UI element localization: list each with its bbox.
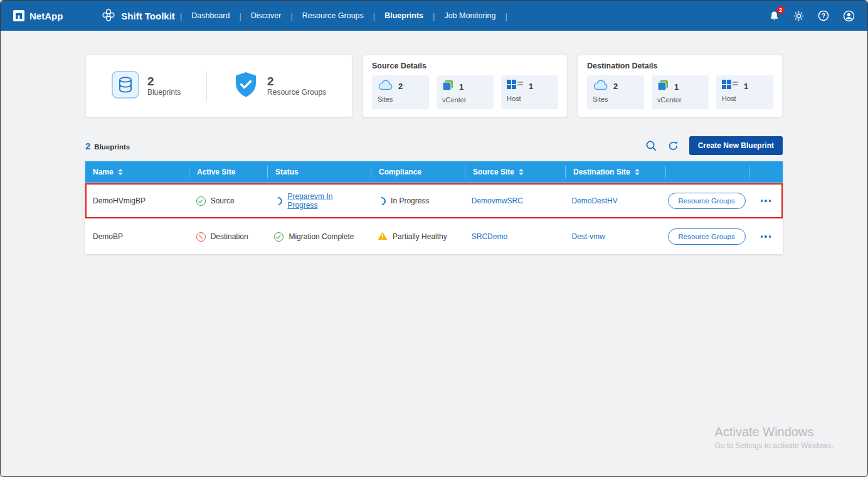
refresh-icon[interactable]: [667, 140, 679, 152]
source-vcenter-tile: 1 vCenter: [437, 75, 494, 109]
blueprints-count: 2: [147, 75, 181, 88]
shield-check-icon: [233, 71, 259, 101]
nav-item-dashboard[interactable]: Dashboard: [183, 11, 238, 20]
nav-item-blueprints[interactable]: Blueprints: [376, 11, 431, 20]
source-sites-label: Sites: [378, 95, 423, 103]
destination-site-cell: DemoDestHV: [564, 196, 664, 205]
table-row-demobp: DemoBP Destination Migration Complete Pa…: [85, 218, 783, 254]
account-icon[interactable]: [843, 10, 855, 22]
column-label: Name: [93, 168, 114, 176]
netapp-brand: NetApp: [13, 10, 63, 21]
column-label: Compliance: [379, 168, 421, 176]
windows-activation-watermark: Activate Windows Go to Settings to activ…: [715, 425, 834, 450]
success-check-icon: [196, 196, 206, 206]
notification-count-badge: 2: [776, 6, 785, 14]
table-actions: Create New Blueprint: [645, 136, 783, 155]
source-sites-tile: 2 Sites: [372, 75, 429, 109]
source-host-tile: 1 Host: [501, 75, 558, 109]
source-site-link[interactable]: DemovmwSRC: [472, 196, 523, 205]
column-label: Destination Site: [573, 168, 630, 176]
source-sites-count: 2: [398, 82, 403, 91]
sort-icon[interactable]: [635, 169, 640, 175]
table-header-row: Name Active Site Status Compliance Sourc…: [85, 161, 783, 183]
warning-triangle-icon: [378, 232, 388, 242]
gear-icon[interactable]: [793, 11, 804, 21]
column-header-source-site[interactable]: Source Site: [465, 166, 565, 178]
top-navbar: NetApp Shift Toolkit | Dashboard | Disco…: [1, 1, 867, 31]
column-label: Source Site: [473, 168, 514, 176]
sort-icon[interactable]: [118, 169, 123, 175]
resource-groups-stat: 2 Resource Groups: [233, 71, 326, 101]
compliance-label: Partially Healthy: [393, 232, 447, 241]
destination-details-card: Destination Details 2 Sites: [578, 55, 783, 117]
nav-separator: |: [180, 11, 182, 21]
shift-toolkit-icon: [102, 8, 115, 24]
destination-sites-label: Sites: [593, 95, 638, 103]
blueprints-label: Blueprints: [147, 88, 181, 97]
compliance-label: In Progress: [391, 196, 429, 205]
blueprint-name: DemoHVmigBP: [85, 196, 189, 205]
brand-name: NetApp: [29, 11, 63, 21]
destination-host-tile: 1 Host: [716, 75, 773, 109]
destination-site-link[interactable]: DemoDestHV: [571, 196, 617, 205]
row-menu-cell: [749, 233, 783, 240]
resource-groups-button[interactable]: Resource Groups: [668, 228, 746, 245]
destination-sites-count: 2: [613, 82, 618, 91]
column-header-destination-site[interactable]: Destination Site: [565, 166, 665, 178]
column-header-name[interactable]: Name: [85, 166, 189, 178]
column-header-active-site[interactable]: Active Site: [189, 166, 267, 178]
column-header-status[interactable]: Status: [267, 166, 371, 178]
source-tiles: 2 Sites 1 vCenter: [372, 75, 558, 109]
totals-card: 2 Blueprints 2 Resource Groups: [85, 55, 352, 117]
nav-item-resource-groups[interactable]: Resource Groups: [294, 11, 372, 20]
destination-vcenter-tile: 1 vCenter: [652, 75, 709, 109]
destination-host-label: Host: [722, 95, 768, 102]
main-content: 2 Blueprints 2 Resource Groups Source: [1, 31, 867, 254]
status-cell: Migration Complete: [267, 232, 370, 242]
ellipsis-menu-icon[interactable]: [758, 197, 774, 205]
blueprints-section-title: Blueprints: [94, 143, 130, 151]
source-site-cell: DemovmwSRC: [464, 196, 564, 205]
help-icon[interactable]: ?: [818, 10, 829, 21]
nav-item-job-monitoring[interactable]: Job Monitoring: [436, 11, 504, 20]
success-check-icon: [274, 232, 283, 242]
nav-separator: |: [290, 11, 292, 21]
destination-sites-tile: 2 Sites: [587, 75, 644, 109]
app-title-label: Shift Toolkit: [121, 11, 175, 21]
compliance-cell: Partially Healthy: [370, 232, 464, 242]
source-site-link[interactable]: SRCDemo: [472, 232, 507, 241]
stat-divider: [206, 71, 207, 101]
column-header-compliance[interactable]: Compliance: [371, 166, 465, 178]
resource-groups-button[interactable]: Resource Groups: [668, 193, 746, 209]
destination-tiles: 2 Sites 1 vCenter: [587, 75, 773, 109]
notifications-bell-icon[interactable]: 2: [769, 11, 780, 21]
destination-site-link[interactable]: Dest-vmw: [571, 232, 605, 241]
hyperv-host-icon: [507, 80, 523, 92]
vcenter-icon: [657, 80, 669, 94]
blueprints-toolbar: 2 Blueprints Create New Blueprint: [85, 136, 783, 155]
source-host-label: Host: [507, 95, 553, 102]
destination-host-count: 1: [744, 82, 748, 91]
column-header-actions: [665, 166, 749, 178]
navbar-actions: 2 ?: [769, 10, 855, 22]
watermark-subtitle: Go to Settings to activate Windows.: [715, 441, 834, 450]
watermark-title: Activate Windows: [715, 425, 834, 439]
status-link[interactable]: Preparevm In Progress: [287, 192, 363, 210]
search-icon[interactable]: [645, 140, 657, 152]
active-site-cell: Destination: [189, 232, 267, 242]
nav-item-discover[interactable]: Discover: [243, 11, 290, 20]
blueprints-count-heading: 2 Blueprints: [85, 141, 130, 151]
source-vcenter-label: vCenter: [442, 96, 488, 104]
sort-icon[interactable]: [519, 169, 524, 175]
blueprints-section-count: 2: [85, 141, 90, 151]
create-new-blueprint-button[interactable]: Create New Blueprint: [689, 136, 783, 155]
active-site-label: Destination: [211, 232, 248, 241]
in-progress-spinner-icon: [376, 195, 387, 206]
blueprints-table: Name Active Site Status Compliance Sourc…: [85, 161, 783, 254]
source-site-cell: SRCDemo: [464, 232, 564, 241]
nav-separator: |: [373, 11, 375, 21]
status-cell: Preparevm In Progress: [267, 192, 370, 210]
source-details-card: Source Details 2 Sites: [363, 55, 568, 117]
column-header-menu: [749, 166, 783, 178]
ellipsis-menu-icon[interactable]: [758, 233, 774, 240]
